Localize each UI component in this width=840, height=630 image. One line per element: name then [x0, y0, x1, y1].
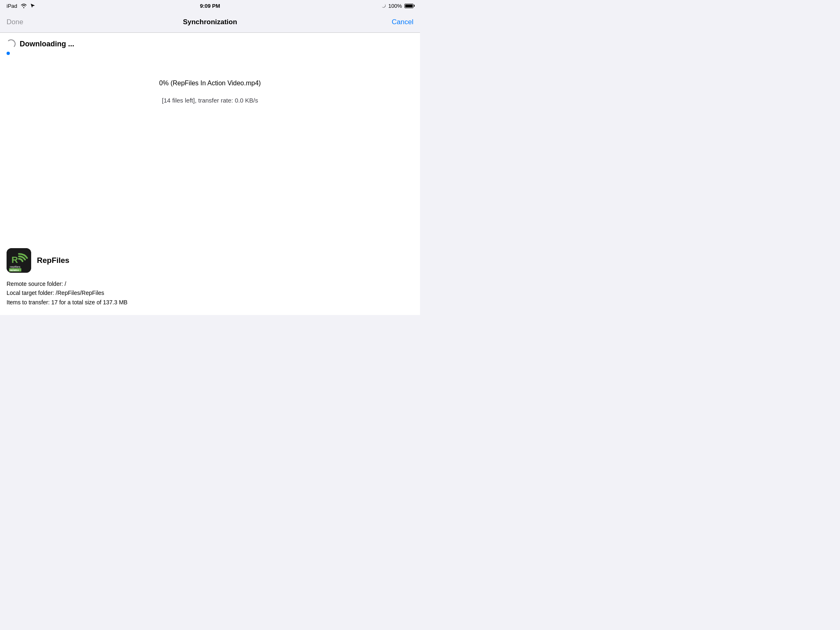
status-bar-left: iPad	[7, 3, 35, 9]
status-bar-right: 100%	[381, 3, 413, 9]
location-icon	[30, 3, 35, 8]
svg-text:repfiles: repfiles	[10, 265, 21, 269]
progress-indicator-dot	[7, 52, 10, 55]
remote-source-line: Remote source folder: /	[7, 279, 413, 288]
bottom-info: R repfiles NEMRA RepFiles Remote source …	[7, 248, 413, 307]
downloading-label: Downloading ...	[20, 40, 74, 48]
app-icon: R repfiles NEMRA	[7, 248, 31, 273]
app-row: R repfiles NEMRA RepFiles	[7, 248, 413, 273]
battery-percentage: 100%	[388, 3, 402, 9]
done-button[interactable]: Done	[7, 18, 23, 26]
page-title: Synchronization	[183, 18, 237, 26]
cancel-button[interactable]: Cancel	[392, 18, 413, 26]
downloading-header: Downloading ...	[7, 39, 413, 48]
main-content: Downloading ... 0% (RepFiles In Action V…	[0, 33, 420, 315]
status-bar: iPad 9:09 PM 100%	[0, 0, 420, 11]
repfiles-app-icon-svg: R repfiles NEMRA	[7, 248, 31, 273]
wifi-icon	[21, 3, 27, 8]
items-to-transfer-line: Items to transfer: 17 for a total size o…	[7, 298, 413, 307]
svg-text:NEMRA: NEMRA	[10, 269, 19, 272]
svg-text:R: R	[11, 255, 18, 265]
moon-icon	[381, 3, 386, 8]
transfer-info-text: [14 files left], transfer rate: 0.0 KB/s	[7, 97, 413, 104]
file-progress-text: 0% (RepFiles In Action Video.mp4)	[7, 80, 413, 87]
battery-icon	[404, 4, 413, 8]
app-name: RepFiles	[37, 256, 69, 265]
loading-spinner	[7, 39, 16, 48]
status-bar-time: 9:09 PM	[200, 3, 220, 9]
device-label: iPad	[7, 3, 17, 9]
progress-area: 0% (RepFiles In Action Video.mp4) [14 fi…	[7, 80, 413, 104]
navigation-bar: Done Synchronization Cancel	[0, 11, 420, 33]
local-target-line: Local target folder: /RepFiles/RepFiles	[7, 288, 413, 297]
